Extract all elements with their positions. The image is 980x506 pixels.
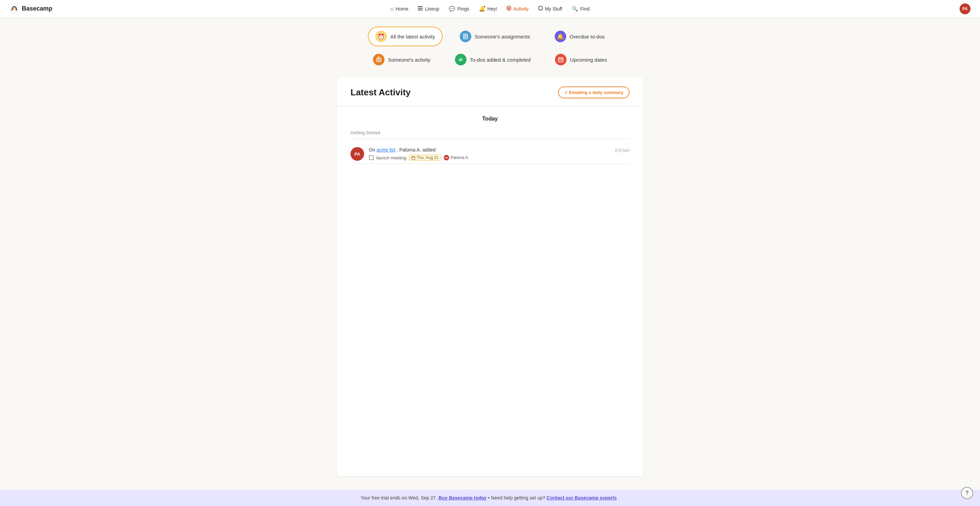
activity-details: On acme list , Paloma A. added launch me… (369, 147, 610, 161)
email-summary-button[interactable]: ✓ Emailing a daily summary (558, 86, 630, 98)
main-content: Latest Activity ✓ Emailing a daily summa… (0, 77, 980, 490)
assignee-chip: PA Paloma A. (444, 155, 469, 160)
activity-card: Latest Activity ✓ Emailing a daily summa… (337, 77, 643, 476)
overdue-icon: 🔔 (555, 30, 566, 42)
svg-rect-12 (412, 156, 415, 160)
filter-upcoming-dates[interactable]: Upcoming dates (548, 50, 614, 69)
svg-point-5 (508, 8, 510, 9)
contact-experts-link[interactable]: Contact our Basecamp experts (546, 495, 617, 501)
nav-mystuff[interactable]: My Stuff (534, 4, 566, 14)
svg-rect-3 (418, 10, 423, 11)
todo-date: Thu, Aug 31 (409, 155, 441, 161)
svg-rect-11 (558, 58, 563, 62)
nav-lineup[interactable]: Lineup (414, 4, 443, 14)
project-section: Getting Started PA On acme list , Paloma… (350, 130, 630, 164)
svg-point-9 (378, 59, 379, 61)
assignee-name: Paloma A. (450, 155, 469, 160)
filter-todos-added[interactable]: To-dos added & completed (448, 50, 537, 69)
assignments-icon (460, 30, 471, 42)
nav-pings[interactable]: 💬 Pings (445, 4, 473, 14)
page-title: Latest Activity (350, 87, 411, 98)
upcoming-dates-icon (555, 54, 566, 65)
activity-icon (507, 6, 511, 11)
nav-find[interactable]: 🔍 Find (568, 4, 593, 14)
filter-someones-activity[interactable]: Someone's activity (366, 50, 437, 69)
filter-overdue-todos[interactable]: 🔔 Overdue to-dos (548, 27, 611, 46)
assignee-avatar: PA (444, 155, 449, 160)
activity-time: 2:07pm (615, 147, 630, 153)
mystuff-icon (538, 6, 543, 11)
main-nav: Basecamp ⌂ Home Lineup 💬 Pings 🔔 Hey! Ac… (0, 0, 980, 18)
hey-notification-dot (483, 5, 486, 8)
trial-banner: Your free trial ends on Wed, Sep 27. Buy… (0, 490, 980, 506)
acme-list-link[interactable]: acme list (377, 147, 395, 153)
todo-text: launch meeting (376, 155, 406, 160)
logo[interactable]: Basecamp (10, 4, 52, 14)
someones-activity-icon (373, 54, 385, 65)
lineup-icon (418, 6, 423, 11)
basecamp-logo-icon (10, 4, 19, 14)
home-icon: ⌂ (391, 6, 394, 11)
nav-home[interactable]: ⌂ Home (387, 4, 412, 14)
svg-point-6 (538, 6, 542, 10)
all-latest-icon: ⏰ (375, 30, 387, 42)
filter-row-1: ⏰ All the latest activity Someone's assi… (369, 27, 611, 46)
filter-all-latest[interactable]: ⏰ All the latest activity (369, 27, 442, 46)
pings-icon: 💬 (449, 6, 455, 12)
activity-body: Today Getting Started PA On acme list , … (337, 106, 643, 173)
filter-row-2: Someone's activity To-dos added & comple… (366, 50, 614, 69)
svg-rect-2 (418, 8, 423, 9)
filter-someones-assignments[interactable]: Someone's assignments (453, 27, 537, 46)
project-name: Getting Started (350, 130, 630, 139)
buy-basecamp-link[interactable]: Buy Basecamp today (439, 495, 487, 501)
brand-name: Basecamp (22, 5, 52, 12)
user-avatar[interactable]: PA (959, 3, 970, 14)
avatar: PA (350, 147, 364, 161)
activity-line2: launch meeting Thu, Aug 31 PA Paloma A. (369, 155, 610, 161)
find-icon: 🔍 (572, 6, 578, 12)
todo-checkbox[interactable] (369, 155, 374, 160)
svg-rect-7 (463, 34, 468, 39)
nav-links: ⌂ Home Lineup 💬 Pings 🔔 Hey! Activity (387, 4, 594, 14)
help-button[interactable]: ? (961, 487, 973, 499)
date-heading: Today (350, 116, 630, 122)
calendar-icon (411, 156, 415, 160)
activity-line1: On acme list , Paloma A. added (369, 147, 610, 153)
nav-activity[interactable]: Activity (503, 4, 533, 14)
todos-added-icon (455, 54, 466, 65)
filter-section: ⏰ All the latest activity Someone's assi… (0, 18, 980, 77)
nav-hey[interactable]: 🔔 Hey! (475, 4, 501, 14)
svg-rect-1 (418, 6, 423, 7)
activity-item: PA On acme list , Paloma A. added launch… (350, 144, 630, 163)
svg-point-0 (10, 5, 19, 13)
activity-header: Latest Activity ✓ Emailing a daily summa… (337, 77, 643, 106)
